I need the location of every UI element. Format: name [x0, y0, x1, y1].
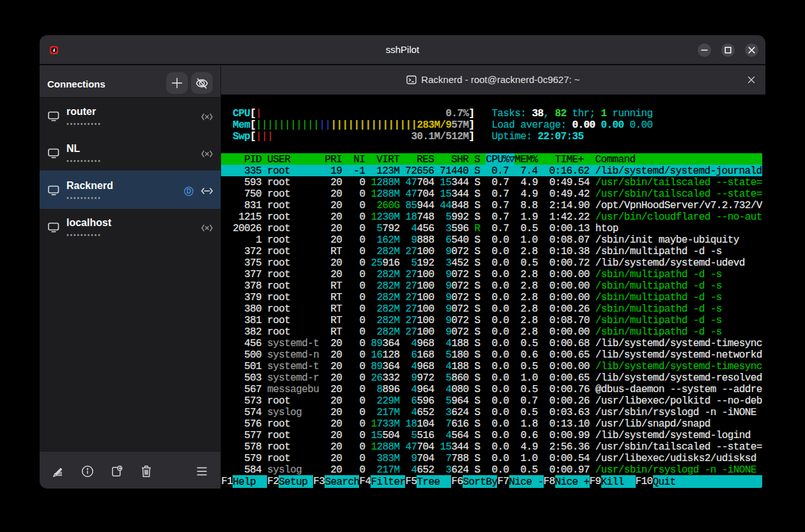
svg-text:D: D: [187, 188, 191, 195]
